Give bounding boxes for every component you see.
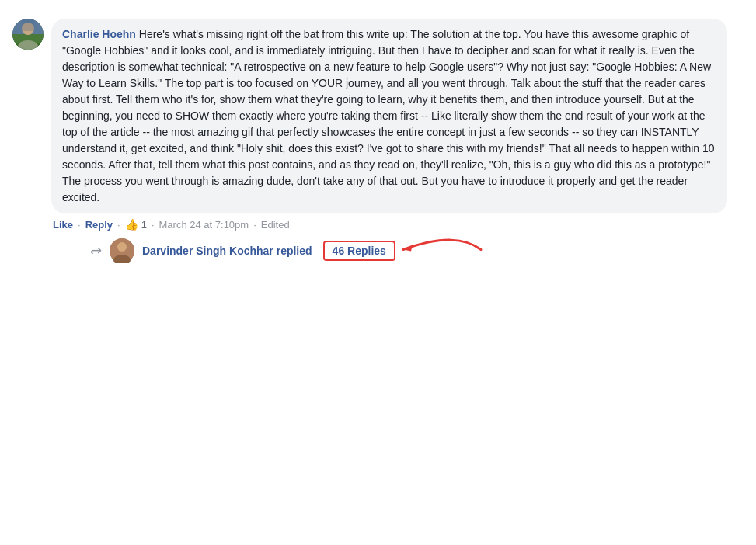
comment-timestamp: March 24 at 7:10pm [159,219,249,231]
replies-count-button[interactable]: 46 Replies [323,241,395,261]
reply-arrow-icon: ↪ [90,242,102,259]
comment-text: Here's what's missing right off the bat … [62,28,715,203]
like-button[interactable]: Like [53,219,73,231]
comment-container: Charlie Hoehn Here's what's missing righ… [12,12,744,269]
separator-2: · [117,219,120,231]
svg-rect-5 [22,19,34,31]
like-count: 👍 1 [125,218,147,231]
thumb-icon: 👍 [125,218,138,231]
reply-row: ↪ Darvinder Singh Kochhar replied 46 Rep… [51,238,744,263]
reply-avatar [110,238,134,263]
comment-actions: Like · Reply · 👍 1 · March 24 at 7:10pm … [51,218,744,231]
red-arrow-annotation [395,234,489,268]
comment-author[interactable]: Charlie Hoehn [62,28,136,40]
avatar [12,19,44,50]
separator-4: · [253,219,256,231]
edited-label: Edited [261,219,290,231]
annotation-container: 46 Replies [320,241,395,261]
comment-bubble: Charlie Hoehn Here's what's missing righ… [51,19,727,213]
separator-1: · [78,219,81,231]
reply-button[interactable]: Reply [85,219,113,231]
reply-author-text[interactable]: Darvinder Singh Kochhar replied [142,245,312,257]
separator-3: · [152,219,155,231]
svg-point-7 [117,242,127,252]
avatar-image [12,19,44,50]
comment-content: Charlie Hoehn Here's what's missing righ… [51,19,744,263]
like-number: 1 [141,219,147,231]
